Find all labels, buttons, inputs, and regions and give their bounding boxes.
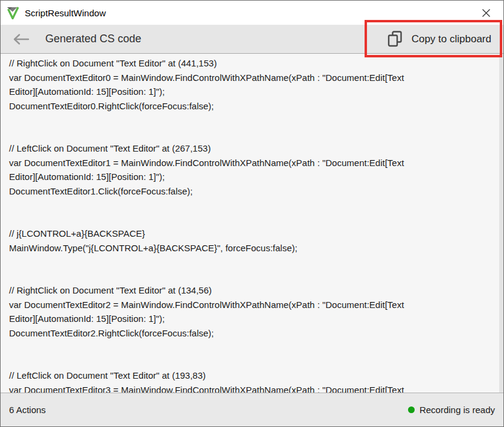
- back-button[interactable]: [13, 32, 30, 47]
- copy-pages-icon: [388, 31, 403, 47]
- recording-status: Recording is ready: [408, 405, 495, 415]
- back-arrow-icon: [13, 33, 30, 45]
- script-result-window: ScriptResultWindow Generated CS code Cop…: [0, 0, 504, 427]
- close-icon: [482, 8, 491, 18]
- copy-button-label: Copy to clipboard: [412, 33, 491, 45]
- title-bar: ScriptResultWindow: [1, 1, 503, 25]
- generated-code-text: // RightClick on Document "Text Editor" …: [1, 54, 503, 393]
- close-button[interactable]: [477, 4, 495, 22]
- header-toolbar: Generated CS code Copy to clipboard: [1, 25, 503, 54]
- page-title: Generated CS code: [45, 33, 141, 45]
- app-logo-icon: [7, 7, 19, 19]
- code-content-area[interactable]: // RightClick on Document "Text Editor" …: [1, 54, 503, 393]
- actions-count-label: 6 Actions: [9, 405, 46, 415]
- status-bar: 6 Actions Recording is ready: [1, 393, 503, 426]
- window-title: ScriptResultWindow: [25, 8, 106, 18]
- copy-to-clipboard-button[interactable]: Copy to clipboard: [388, 31, 491, 47]
- recording-status-label: Recording is ready: [419, 405, 495, 415]
- status-green-dot-icon: [408, 406, 415, 413]
- vertical-scrollbar[interactable]: [499, 54, 503, 393]
